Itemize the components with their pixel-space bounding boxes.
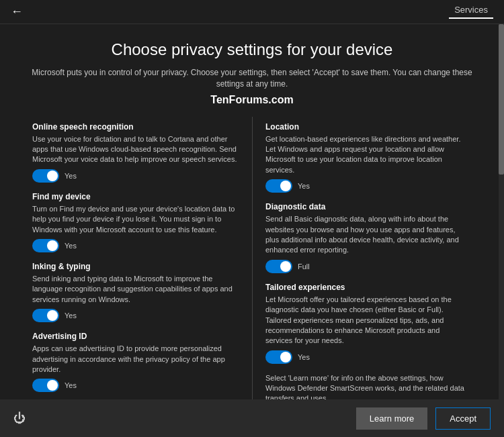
inking-typing-toggle-label: Yes xyxy=(65,311,77,320)
setting-advertising-id: Advertising ID Apps can use advertising … xyxy=(32,332,241,392)
scroll-thumb[interactable] xyxy=(499,24,504,175)
tailored-experiences-toggle-row: Yes xyxy=(265,350,466,364)
accept-button[interactable]: Accept xyxy=(435,407,491,430)
location-desc: Get location-based experiences like dire… xyxy=(265,134,466,176)
bottom-left: ⏻ xyxy=(13,411,26,426)
back-icon[interactable]: ← xyxy=(11,5,23,19)
advertising-id-desc: Apps can use advertising ID to provide m… xyxy=(32,344,241,375)
settings-note: Select 'Learn more' for info on the abov… xyxy=(265,373,466,399)
location-toggle[interactable] xyxy=(265,179,292,193)
bottom-bar: ⏻ Learn more Accept xyxy=(0,399,504,437)
settings-grid: Online speech recognition Use your voice… xyxy=(27,117,477,399)
top-bar: ← Services xyxy=(0,0,504,24)
inking-typing-title: Inking & typing xyxy=(32,262,241,271)
online-speech-desc: Use your voice for dictation and to talk… xyxy=(32,134,241,165)
diagnostic-data-toggle-label: Full xyxy=(298,262,310,271)
find-my-device-desc: Turn on Find my device and use your devi… xyxy=(32,204,241,235)
advertising-id-toggle[interactable] xyxy=(32,379,59,392)
diagnostic-data-title: Diagnostic data xyxy=(265,202,466,211)
content-area: Choose privacy settings for your device … xyxy=(0,24,504,399)
tailored-experiences-title: Tailored experiences xyxy=(265,283,466,292)
diagnostic-data-desc: Send all Basic diagnostic data, along wi… xyxy=(265,214,466,256)
tailored-experiences-desc: Let Microsoft offer you tailored experie… xyxy=(265,295,466,346)
inking-typing-desc: Send inking and typing data to Microsoft… xyxy=(32,274,241,305)
setting-diagnostic-data: Diagnostic data Send all Basic diagnosti… xyxy=(265,202,466,273)
setting-inking-typing: Inking & typing Send inking and typing d… xyxy=(32,262,241,322)
find-my-device-title: Find my device xyxy=(32,192,241,201)
page-description: Microsoft puts you in control of your pr… xyxy=(27,67,477,90)
location-toggle-label: Yes xyxy=(298,182,310,190)
find-my-device-toggle-label: Yes xyxy=(65,242,77,250)
main-content: Choose privacy settings for your device … xyxy=(0,24,504,399)
setting-find-my-device: Find my device Turn on Find my device an… xyxy=(32,192,241,252)
services-label: Services xyxy=(449,5,493,19)
tailored-experiences-toggle[interactable] xyxy=(265,350,292,364)
bottom-buttons: Learn more Accept xyxy=(356,407,491,430)
find-my-device-toggle[interactable] xyxy=(32,239,59,252)
setting-online-speech: Online speech recognition Use your voice… xyxy=(32,122,241,183)
online-speech-toggle[interactable] xyxy=(32,169,59,183)
advertising-id-toggle-label: Yes xyxy=(65,381,77,389)
right-column: Location Get location-based experiences … xyxy=(252,117,477,399)
inking-typing-toggle-row: Yes xyxy=(32,309,241,322)
location-title: Location xyxy=(265,122,466,132)
diagnostic-data-toggle-row: Full xyxy=(265,260,466,273)
power-icon[interactable]: ⏻ xyxy=(13,411,26,426)
online-speech-toggle-label: Yes xyxy=(65,172,77,180)
advertising-id-title: Advertising ID xyxy=(32,332,241,341)
tailored-experiences-toggle-label: Yes xyxy=(298,353,310,361)
left-column: Online speech recognition Use your voice… xyxy=(27,117,252,399)
location-toggle-row: Yes xyxy=(265,179,466,193)
brand-name: TenForums.com xyxy=(27,94,477,106)
setting-tailored-experiences: Tailored experiences Let Microsoft offer… xyxy=(265,283,466,364)
learn-more-button[interactable]: Learn more xyxy=(356,407,427,430)
diagnostic-data-toggle[interactable] xyxy=(265,260,292,273)
find-my-device-toggle-row: Yes xyxy=(32,239,241,252)
online-speech-toggle-row: Yes xyxy=(32,169,241,183)
advertising-id-toggle-row: Yes xyxy=(32,379,241,392)
online-speech-title: Online speech recognition xyxy=(32,122,241,132)
inking-typing-toggle[interactable] xyxy=(32,309,59,322)
scroll-track[interactable] xyxy=(499,24,504,399)
page-title: Choose privacy settings for your device xyxy=(27,40,477,59)
setting-location: Location Get location-based experiences … xyxy=(265,122,466,193)
